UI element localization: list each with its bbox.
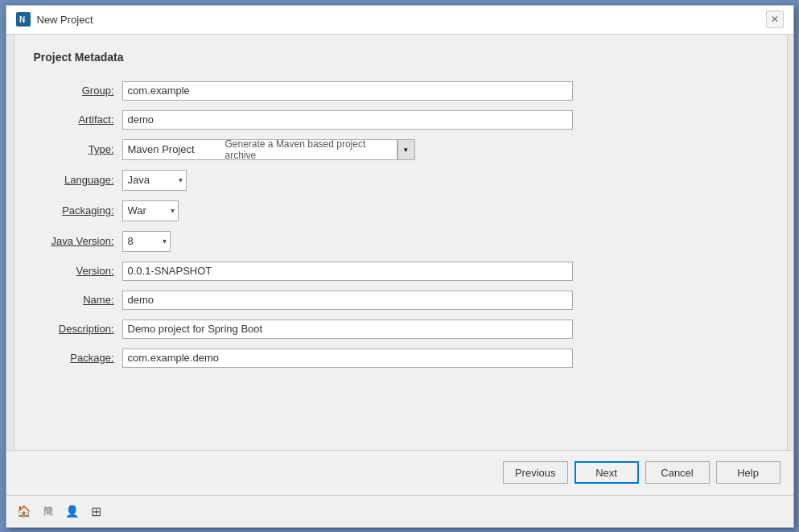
simplified-icon[interactable]: 簡 (40, 503, 56, 519)
type-description: Generate a Maven based project archive (220, 139, 397, 160)
name-row: Name: (34, 291, 768, 310)
previous-button[interactable]: Previous (503, 461, 568, 484)
type-label-text: Type: (89, 143, 114, 155)
type-label: Type: (34, 143, 122, 155)
packaging-row: Packaging: Jar War (34, 200, 768, 221)
title-bar-left: N New Project (16, 12, 93, 27)
group-label: Group: (34, 85, 122, 97)
grid-icon[interactable]: ⊞ (89, 503, 105, 519)
help-button[interactable]: Help (716, 461, 780, 484)
java-version-select[interactable]: 8 11 17 21 (122, 231, 171, 252)
java-version-label-text: Java Version: (51, 235, 113, 247)
dialog-footer: Previous Next Cancel Help (6, 450, 793, 495)
language-select[interactable]: Java Kotlin Groovy (122, 170, 187, 191)
package-label: Package: (34, 352, 122, 364)
dialog-icon: N (16, 12, 31, 27)
artifact-label: Artifact: (34, 113, 122, 126)
dialog-overlay: N New Project ✕ Project Metadata Group: (0, 0, 799, 532)
description-row: Description: (34, 320, 768, 339)
version-label: Version: (34, 265, 122, 277)
language-label-text: Language: (64, 174, 113, 186)
close-button[interactable]: ✕ (766, 10, 784, 28)
package-row: Package: (34, 348, 768, 368)
type-input-group: Maven Project Generate a Maven based pro… (122, 139, 415, 160)
name-label-text: Name: (83, 294, 113, 306)
version-input[interactable] (122, 262, 573, 281)
dialog-title: New Project (37, 14, 93, 26)
next-button[interactable]: Next (575, 461, 639, 484)
type-text-field: Maven Project (122, 139, 220, 160)
svg-text:N: N (19, 15, 25, 24)
packaging-label: Packaging: (34, 204, 122, 217)
language-label: Language: (34, 174, 122, 186)
group-row: Group: (34, 81, 768, 101)
group-label-text: Group: (82, 85, 114, 97)
artifact-input[interactable] (122, 110, 573, 130)
name-label: Name: (34, 294, 122, 306)
home-icon[interactable]: 🏠 (16, 503, 32, 519)
java-version-label: Java Version: (34, 235, 122, 247)
dialog-body: Project Metadata Group: Artifact: (6, 35, 793, 450)
language-row: Language: Java Kotlin Groovy (34, 170, 768, 191)
language-select-wrapper: Java Kotlin Groovy (122, 170, 187, 191)
artifact-label-text: Artifact: (78, 113, 113, 126)
right-sidebar (787, 35, 793, 450)
type-row: Type: Maven Project Generate a Maven bas… (34, 139, 768, 160)
left-sidebar (6, 35, 14, 450)
java-version-row: Java Version: 8 11 17 21 (34, 231, 768, 252)
version-label-text: Version: (76, 265, 114, 277)
description-input[interactable] (122, 320, 573, 339)
package-label-text: Package: (70, 352, 113, 364)
package-input[interactable] (122, 348, 573, 368)
bottom-toolbar: 🏠 簡 👤 ⊞ (6, 495, 793, 527)
packaging-label-text: Packaging: (62, 204, 113, 217)
new-project-dialog: N New Project ✕ Project Metadata Group: (6, 5, 794, 528)
packaging-select[interactable]: Jar War (122, 200, 179, 221)
title-bar: N New Project ✕ (6, 6, 793, 35)
name-input[interactable] (122, 291, 573, 310)
java-version-select-wrapper: 8 11 17 21 (122, 231, 171, 252)
cancel-button[interactable]: Cancel (645, 461, 710, 484)
user-icon[interactable]: 👤 (64, 503, 80, 519)
version-row: Version: (34, 262, 768, 281)
packaging-select-wrapper: Jar War (122, 200, 179, 221)
type-dropdown-arrow[interactable]: ▾ (397, 139, 415, 160)
description-label-text: Description: (59, 323, 114, 335)
section-title: Project Metadata (34, 51, 768, 67)
group-input[interactable] (122, 81, 573, 101)
main-content: Project Metadata Group: Artifact: (14, 35, 787, 450)
artifact-row: Artifact: (34, 110, 768, 130)
description-label: Description: (34, 323, 122, 335)
